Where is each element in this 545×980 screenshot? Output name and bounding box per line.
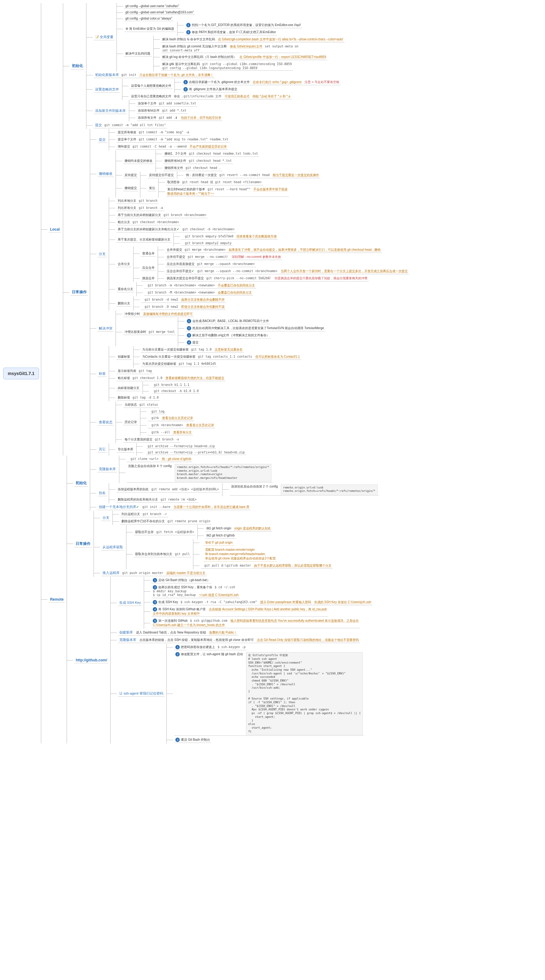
commit-amend: 增补提交git commit -C head -a --amend不会产生新的提… (116, 144, 228, 150)
r-clone: 克隆版本库 (98, 466, 117, 473)
warn-icon: ! (227, 255, 228, 258)
conf-b4: 4提交 (186, 340, 200, 345)
gh-s1: 1启动 Git Bash 控制台（git-bash.bat） (151, 578, 211, 583)
r-branch: 分支 (101, 515, 111, 521)
r-fetch: 从远程库获取 (101, 544, 124, 550)
r-pull-n3: git pull d:\git\nb master由于不是从默认远程库获取，所以… (201, 563, 333, 569)
tag-cc: 为某次历史提交创建标签git tag 1.1 4e6861d5 (141, 361, 217, 367)
reset-b: 复位到head之前的那个版本git reset --hard head^^不会在… (166, 186, 289, 197)
merge-sa: 压合合并后直接提交git merge --squash <branchname> (165, 261, 256, 267)
gh-ag-s2: 2修改配置文件，让 ssh-agent 随 git bash 启动在 Git\e… (174, 651, 364, 736)
ignore: 设置忽略的文件 (94, 86, 120, 93)
gh-ag-s1: 1把密码加密存放在硬盘上$ ssh-keygen -p (174, 644, 246, 650)
tag-ca: 为当前分支最近一次提交创建标签git tag 1.0注意标签无法重命名 (141, 347, 244, 353)
undo-uncommitted: 撤销尚未提交的修改 (123, 158, 154, 164)
conflict: 解决冲突 (98, 325, 114, 332)
st-hist: 历史记录 (123, 419, 138, 425)
br-l5: 基于当前分支的末梢创建新分支并检出分支✔git checkout -b <bra… (116, 227, 236, 232)
del-b: git branch -D new2即使分支没有被合并也删掉不误 (141, 304, 226, 310)
check-icon: ✔ (136, 505, 139, 509)
check-icon: ✔ (191, 269, 194, 273)
cn-l2: 解决 bash 控制台 git commit 无法输入中文注释修改 Git\et… (161, 44, 300, 53)
warn-icon: ! (270, 277, 270, 280)
st-b2: gitk查看当前分支历史记录 (148, 415, 194, 421)
daily-commit: 提交 (98, 137, 107, 143)
del-br: 删除分支 (116, 301, 131, 307)
tag-co: 检出标签git checkout 1.0查看标签断面很方便的方法，但是不能提交 (116, 375, 226, 381)
r-clone-a: git clone <url>例：git clone d:\git\nb (127, 456, 192, 462)
revert-ex: 例：反转最近一次提交git revert --no-commit head相当于… (185, 172, 321, 178)
conf-b1: 1会生成.BACKUP, .BASE, .LOCAL 和.REMOTE四个文件 (186, 318, 270, 324)
ignore-all-b2: 2将 .gitignore 文件加入版本库并提交 (182, 86, 239, 92)
gh-s5: 5第一次连接到 GitHub$ ssh git@github.com输入密码后如… (151, 618, 360, 628)
commit-one: 提交单个文件git commit -m "add msg to readme.t… (116, 137, 230, 143)
merge-s: 压合合并 (141, 265, 156, 271)
editor-set: ⚙将 EmEditor 设置为 Git 的编辑器 (124, 26, 175, 32)
r-push: 推入远程库git push origin master远端的 master 不是… (101, 570, 207, 576)
st-c: 每个分支最后的提交git branch -v (123, 437, 180, 442)
tag-create: 创建标签 (116, 354, 131, 360)
add-files: 添加新文件到版本库 (94, 108, 127, 114)
global-vars: 📝全局变量 (94, 34, 114, 40)
cn-fix: 解决中文乱码问题 (124, 51, 151, 57)
gh-new: 创建新库进入 Dashboard Tab页，点击 New Repository … (118, 630, 238, 636)
gh-s2: 2如果以前生成过 SSH Key，要先备个份$ cd ~/.ssh $ mkdi… (151, 584, 240, 598)
revert-sub: 反转提交但不提交 (148, 172, 175, 178)
br-l2: 列出所有分支git branch -a (116, 205, 164, 211)
reset-sub: 复位 (148, 185, 156, 191)
r-alias-b: 删除远程库的别名和相关分支git remote rm <别名> (116, 497, 198, 503)
r-fetch-e1: 例1 git fetch originorigin 是远程库的默认别名 (205, 526, 272, 531)
ignore-self: 设置只有自己需要忽略的文件修改 .git/info/exclude 文件可使用正… (130, 94, 292, 100)
add-all: 添加所有文件git add .ℹ包括子目录，但不包括空目录 (137, 115, 222, 121)
br-l6: 基于某次提交、分支或标签创建新分支 (116, 237, 172, 243)
export: 导出版本库 (116, 447, 135, 452)
st-a: 当前状态git status (123, 402, 159, 408)
r-fetch-a: 获取但不合并git fetch <远程版本库> (134, 529, 195, 535)
remote-init: 初始化 (75, 480, 88, 487)
remote-node: Remote (49, 597, 65, 603)
mindmap: msysGit1.7.1 Local 初始化 📝全局变量 git config … (3, 3, 542, 743)
r-pull-n2: 需配置 branch.master.remote=origin 和 branch… (204, 547, 277, 562)
conf-b2: 2然后自动调用冲突解决工具，比较喜欢的是需要安装了TortoiseSVN 就会自… (186, 325, 325, 331)
gh-s3: 3生成 SSH Key$ ssh-keygen -t rsa -C "zahui… (151, 600, 372, 605)
cfg-email: git config --global user.email "zahuifan… (124, 10, 195, 15)
status: 查看状态 (98, 419, 114, 426)
reset: 撤销提交 (123, 185, 138, 191)
cn-l1: 解决 bash 控制台 ls 命令中文文件乱码在 Git\etc\git-com… (161, 37, 345, 43)
rename-a: git branch -m <branchname> <newname>不会覆盖… (144, 283, 257, 288)
local-init: 初始化 (71, 63, 84, 69)
cfg-name: git config --global user.name "zahuifan" (124, 4, 180, 9)
github: http://github.com/ (75, 657, 108, 663)
cn-l4: 解决 gitk 显示中文注释乱码git config --global i18n… (161, 61, 293, 71)
r-pull-n1: 等价于 git pull origin (204, 540, 234, 546)
info-icon: ℹ (176, 116, 177, 119)
br-l6a: git branch emputy bfe57de0用来查看某个历史断面很方便 (181, 234, 278, 240)
tag-bra: git branch b1.1 1.1 (153, 382, 191, 387)
r-alias: 别名 (98, 490, 107, 496)
merge-nb: 合并但不提交git merge --no-commit!深刻理解 --no-co… (165, 254, 282, 260)
note-icon: 📝 (95, 35, 99, 39)
tag-del: 删除标签git tag -d 1.0 (116, 395, 160, 401)
cn-l3: 解决 git log 命令中文注释乱码（只 bash 控制台好用）在 Git\e… (161, 54, 327, 60)
commit-all: 提交所有修改git commit -m "some msg" -a (116, 130, 191, 135)
local-daily: 日常操作 (71, 289, 88, 296)
merge-p: 挑选合并 (141, 275, 156, 282)
gh-clone: 克隆版本库点击版本库的链接，点击 SSH 按钮，复制版本库地址，然后使用 git… (118, 637, 360, 643)
export-a: git archive --format=zip head>nb.zip (146, 444, 216, 449)
add-one: 添加单个文件git add somefile.txt (137, 101, 197, 107)
commit-init: 提交git commit -m "add all txt files" (94, 122, 167, 128)
r-bare: 创建一个无本地分支的库✔git init --bare当需要一个公用的中央库时，… (98, 504, 251, 510)
daily-undo: 撤销修改 (98, 171, 114, 177)
other: 其它 (98, 446, 107, 452)
rename-br: 重命名分支 (116, 286, 135, 292)
gh-s4: 4将 SSH Key 添加到 GitHub 账户里点击链接 Account Se… (151, 606, 328, 617)
br-l6b: git branch emputy2 emputy (181, 241, 233, 246)
conf-b: 冲突比较复杂时git merge tool (123, 329, 176, 335)
root-node: msysGit1.7.1 (3, 368, 39, 379)
st-b4: gitk --all查看所有分支 (148, 430, 193, 436)
r-br-b: 删除远程库中已经不存在的分支git remote prune origin (120, 519, 211, 524)
revert: 反转提交 (123, 172, 138, 178)
tag-br: 由标签创建分支 (116, 385, 141, 391)
undo-x: 撤销1、2个文件git checkout head readme.txt tod… (163, 151, 259, 157)
r-pull: 获取并合并到当前本地分支git pull (134, 551, 191, 557)
